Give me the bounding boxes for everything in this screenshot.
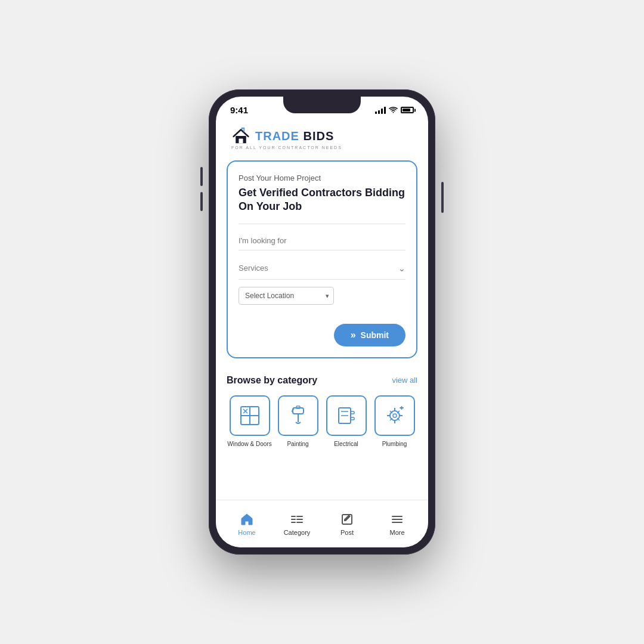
- power-button: [441, 182, 444, 213]
- category-item-plumbing[interactable]: Plumbing: [371, 395, 417, 447]
- categories-grid: Window & Doors: [227, 395, 417, 447]
- logo-icon: [230, 127, 252, 145]
- electrical-icon-box: [326, 395, 367, 436]
- category-icon: [290, 512, 304, 527]
- logo-area: TRADE BIDS FOR ALL YOUR CONTRACTOR NEEDS: [216, 117, 428, 156]
- painting-icon: [286, 403, 311, 428]
- window-doors-icon: [237, 403, 262, 428]
- browse-header: Browse by category view all: [227, 375, 417, 386]
- more-icon: [390, 512, 404, 527]
- electrical-icon: [334, 403, 359, 428]
- plumbing-icon-box: [374, 395, 415, 436]
- svg-rect-1: [239, 138, 243, 143]
- category-item-windows[interactable]: Window & Doors: [227, 395, 273, 447]
- brand-highlight: TRADE: [255, 129, 303, 143]
- window-doors-icon-box: [230, 395, 270, 436]
- nav-home[interactable]: Home: [222, 512, 272, 536]
- category-label-plumbing: Plumbing: [382, 441, 407, 447]
- chevron-down-icon: ⌄: [398, 264, 405, 273]
- brand-name: TRADE BIDS: [255, 129, 334, 143]
- nav-more[interactable]: More: [372, 512, 422, 536]
- wifi-icon: [389, 107, 398, 114]
- category-label-electrical: Electrical: [334, 441, 358, 447]
- home-icon: [240, 512, 254, 527]
- brand-bids: BIDS: [303, 129, 334, 143]
- submit-area: » Submit: [239, 324, 405, 346]
- battery-icon: [401, 107, 414, 113]
- location-wrapper: Select Location: [239, 287, 405, 314]
- volume-up-button: [200, 167, 203, 186]
- search-input[interactable]: [239, 231, 405, 250]
- location-select[interactable]: Select Location: [239, 287, 334, 305]
- hero-title: Get Verified Contractors Bidding On Your…: [239, 186, 405, 214]
- services-label: Services: [239, 264, 268, 273]
- nav-more-label: More: [389, 529, 404, 536]
- svg-point-16: [393, 414, 397, 417]
- browse-section: Browse by category view all: [216, 363, 428, 453]
- nav-category[interactable]: Category: [272, 512, 322, 536]
- status-time: 9:41: [230, 105, 248, 115]
- submit-button[interactable]: » Submit: [334, 324, 405, 346]
- plumbing-icon: [382, 403, 407, 428]
- logo-subtitle: FOR ALL YOUR CONTRACTOR NEEDS: [230, 145, 342, 150]
- status-icons: [375, 107, 414, 114]
- nav-category-label: Category: [284, 529, 311, 536]
- nav-post[interactable]: Post: [322, 512, 372, 536]
- submit-label: Submit: [361, 330, 389, 340]
- signal-icon: [375, 107, 386, 114]
- chevrons-icon: »: [351, 330, 356, 340]
- hero-subtitle: Post Your Home Project: [239, 174, 405, 182]
- divider: [239, 224, 405, 224]
- volume-down-button: [200, 192, 203, 211]
- view-all-link[interactable]: view all: [392, 376, 417, 385]
- category-label-painting: Painting: [287, 441, 308, 447]
- painting-icon-box: [278, 395, 318, 436]
- services-dropdown[interactable]: Services ⌄: [239, 258, 405, 280]
- nav-post-label: Post: [340, 529, 354, 536]
- browse-title: Browse by category: [227, 375, 317, 386]
- logo-container: TRADE BIDS FOR ALL YOUR CONTRACTOR NEEDS: [230, 127, 342, 150]
- hero-card: Post Your Home Project Get Verified Cont…: [227, 160, 417, 358]
- bottom-nav: Home Category: [216, 500, 428, 547]
- category-item-electrical[interactable]: Electrical: [323, 395, 369, 447]
- phone-content: TRADE BIDS FOR ALL YOUR CONTRACTOR NEEDS…: [216, 117, 428, 547]
- post-icon: [340, 512, 354, 527]
- phone-notch: [283, 97, 361, 113]
- category-item-painting[interactable]: Painting: [275, 395, 321, 447]
- nav-home-label: Home: [238, 529, 255, 536]
- category-label-windows: Window & Doors: [227, 441, 271, 447]
- logo-top: TRADE BIDS: [230, 127, 342, 145]
- location-select-wrapper: Select Location: [239, 287, 334, 305]
